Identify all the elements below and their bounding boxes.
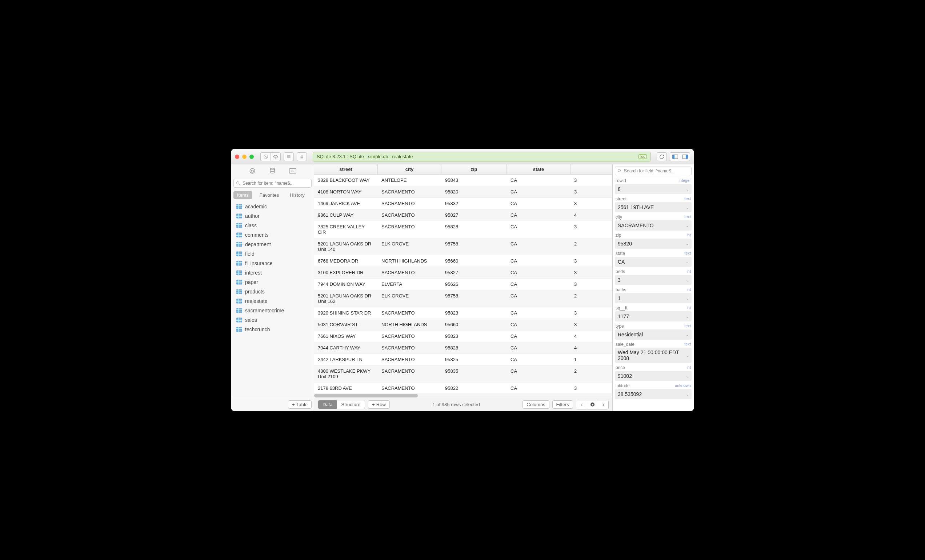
field-sale_date: sale_datetextWed May 21 00:00:00 EDT 200… — [615, 341, 691, 363]
sidebar-item-techcrunch[interactable]: techcrunch — [231, 325, 314, 334]
field-rowid: rowidinteger8⌄ — [615, 178, 691, 194]
minimize-window-button[interactable] — [242, 155, 247, 159]
tab-favorites[interactable]: Favorites — [256, 191, 283, 199]
table-row[interactable]: 2442 LARKSPUR LNSACRAMENTO95825CA1 — [314, 354, 612, 366]
add-row-label: Row — [376, 402, 386, 407]
field-name: city — [616, 215, 622, 220]
sidebar-item-academic[interactable]: academic — [231, 202, 314, 211]
cell-street: 5201 LAGUNA OAKS DR Unit 140 — [314, 238, 378, 255]
table-row[interactable]: 4108 NORTON WAYSACRAMENTO95820CA3 — [314, 186, 612, 198]
zoom-window-button[interactable] — [249, 155, 254, 159]
database-icon[interactable] — [268, 167, 277, 175]
next-page-button[interactable] — [598, 400, 609, 409]
sidebar-item-realestate[interactable]: realestate — [231, 297, 314, 306]
add-row-button[interactable]: +Row — [368, 400, 390, 409]
breadcrumb[interactable]: SQLite 3.23.1 : SQLite : simple.db : rea… — [313, 152, 651, 162]
inspector-search-input[interactable] — [615, 167, 691, 175]
field-value-input[interactable]: 8⌄ — [615, 184, 691, 194]
data-tab-button[interactable]: Data — [318, 400, 337, 409]
field-value-input[interactable]: 3⌄ — [615, 275, 691, 285]
prev-page-button[interactable] — [576, 400, 587, 409]
structure-tab-button[interactable]: Structure — [337, 400, 365, 409]
sql-icon[interactable]: SQL — [288, 167, 297, 175]
cell-street: 7825 CREEK VALLEY CIR — [314, 221, 378, 238]
table-row[interactable]: 3920 SHINING STAR DRSACRAMENTO95823CA3 — [314, 307, 612, 319]
sidebar-item-field[interactable]: field — [231, 249, 314, 259]
table-row[interactable]: 5201 LAGUNA OAKS DR Unit 162ELK GROVE957… — [314, 290, 612, 307]
stop-button[interactable] — [260, 152, 271, 161]
field-value-input[interactable]: 38.535092⌄ — [615, 389, 691, 399]
column-header-state[interactable]: state — [507, 164, 571, 174]
field-value-input[interactable]: CA⌄ — [615, 257, 691, 267]
field-value-input[interactable]: 2561 19TH AVE⌄ — [615, 202, 691, 212]
reload-button[interactable] — [657, 152, 667, 161]
table-row[interactable]: 4800 WESTLAKE PKWY Unit 2109SACRAMENTO95… — [314, 366, 612, 382]
table-icon — [237, 280, 242, 285]
cell-state: CA — [507, 290, 571, 307]
column-header-street[interactable]: street — [314, 164, 378, 174]
cell-zip: 95832 — [441, 198, 507, 209]
columns-button[interactable]: Columns — [523, 400, 549, 409]
grid-body[interactable]: 3828 BLACKFOOT WAYANTELOPE95843CA34108 N… — [314, 175, 612, 393]
field-value-input[interactable]: Residential⌄ — [615, 330, 691, 340]
field-value-input[interactable]: 1177⌄ — [615, 311, 691, 321]
cell-city: SACRAMENTO — [378, 331, 441, 342]
table-row[interactable]: 5031 CORVAIR STNORTH HIGHLANDS95660CA3 — [314, 319, 612, 331]
field-type: int — [687, 233, 691, 238]
list-toggle-button[interactable] — [283, 152, 294, 161]
lock-button[interactable] — [297, 152, 307, 161]
sidebar-item-department[interactable]: department — [231, 239, 314, 249]
close-window-button[interactable] — [235, 155, 239, 159]
scrollbar-thumb[interactable] — [314, 394, 418, 397]
table-row[interactable]: 3100 EXPLORER DRSACRAMENTO95827CA3 — [314, 267, 612, 278]
sidebar-item-interest[interactable]: interest — [231, 268, 314, 277]
tab-history[interactable]: History — [286, 191, 308, 199]
column-header-extra[interactable] — [571, 164, 612, 174]
left-panel-toggle[interactable] — [670, 152, 680, 161]
table-row[interactable]: 7825 CREEK VALLEY CIRSACRAMENTO95828CA3 — [314, 221, 612, 238]
field-price: priceint91002⌄ — [615, 364, 691, 381]
horizontal-scrollbar[interactable] — [314, 393, 612, 398]
sidebar-item-fl_insurance[interactable]: fl_insurance — [231, 259, 314, 268]
field-value-input[interactable]: 95820⌄ — [615, 239, 691, 249]
settings-button[interactable] — [587, 400, 598, 409]
data-grid-panel: street city zip state 3828 BLACKFOOT WAY… — [314, 164, 612, 411]
table-row[interactable]: 2178 63RD AVESACRAMENTO95822CA3 — [314, 382, 612, 393]
cell-state: CA — [507, 209, 571, 221]
cell-state: CA — [507, 331, 571, 342]
field-value-input[interactable]: Wed May 21 00:00:00 EDT 2008⌄ — [615, 348, 691, 363]
table-row[interactable]: 7044 CARTHY WAYSACRAMENTO95828CA4 — [314, 342, 612, 354]
column-header-zip[interactable]: zip — [441, 164, 507, 174]
table-row[interactable]: 7944 DOMINION WAYELVERTA95626CA3 — [314, 278, 612, 290]
field-value-input[interactable]: 1⌄ — [615, 293, 691, 303]
sidebar-search-input[interactable] — [234, 179, 312, 188]
field-value-input[interactable]: SACRAMENTO⌄ — [615, 220, 691, 230]
field-value: 1 — [618, 295, 621, 301]
table-row[interactable]: 7661 NIXOS WAYSACRAMENTO95823CA4 — [314, 331, 612, 342]
table-row[interactable]: 5201 LAGUNA OAKS DR Unit 140ELK GROVE957… — [314, 238, 612, 255]
table-row[interactable]: 3828 BLACKFOOT WAYANTELOPE95843CA3 — [314, 175, 612, 186]
add-table-button[interactable]: +Table — [288, 400, 312, 409]
plug-icon[interactable] — [248, 167, 257, 175]
sidebar-item-class[interactable]: class — [231, 221, 314, 230]
field-value-input[interactable]: 91002⌄ — [615, 371, 691, 381]
column-header-city[interactable]: city — [378, 164, 441, 174]
field-city: citytextSACRAMENTO⌄ — [615, 214, 691, 230]
sidebar-item-sales[interactable]: sales — [231, 315, 314, 325]
svg-rect-60 — [237, 289, 242, 294]
cell-extra: 2 — [571, 290, 612, 307]
table-row[interactable]: 9861 CULP WAYSACRAMENTO95827CA4 — [314, 209, 612, 221]
table-row[interactable]: 1469 JANRICK AVESACRAMENTO95832CA3 — [314, 198, 612, 209]
right-panel-toggle[interactable] — [680, 152, 690, 161]
sidebar-item-label: sacramentocrime — [245, 308, 284, 313]
sidebar-item-products[interactable]: products — [231, 287, 314, 297]
sidebar-item-author[interactable]: author — [231, 211, 314, 221]
preview-toggle-button[interactable] — [271, 152, 281, 161]
sidebar-item-comments[interactable]: comments — [231, 230, 314, 239]
sidebar-item-sacramentocrime[interactable]: sacramentocrime — [231, 306, 314, 315]
tab-items[interactable]: Items — [234, 191, 252, 199]
sidebar-item-paper[interactable]: paper — [231, 277, 314, 287]
filters-button[interactable]: Filters — [552, 400, 573, 409]
table-row[interactable]: 6768 MEDORA DRNORTH HIGHLANDS95660CA3 — [314, 255, 612, 267]
svg-rect-6 — [301, 157, 303, 158]
